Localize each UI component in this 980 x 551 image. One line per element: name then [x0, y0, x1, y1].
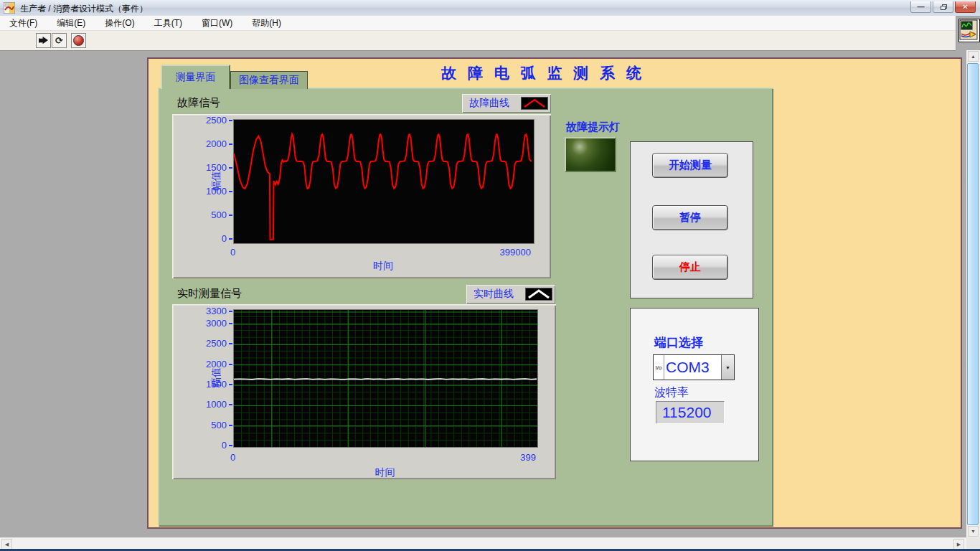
y-tick-mark — [229, 323, 232, 324]
start-measure-button[interactable]: 开始测量 — [652, 153, 728, 178]
run-button[interactable] — [36, 33, 51, 48]
waveform — [234, 379, 537, 380]
y-tick-mark — [229, 445, 232, 446]
toolbar: ⟳ — [0, 31, 956, 51]
run-arrow-icon — [38, 36, 49, 45]
vertical-scroll-thumb[interactable] — [967, 63, 979, 525]
y-tick-mark — [229, 343, 232, 344]
vi-icon[interactable] — [958, 19, 980, 42]
baud-rate-label: 波特率 — [654, 385, 689, 400]
fault-chart-legend[interactable]: 故障曲线 — [462, 94, 551, 113]
titlebar[interactable]: 生产者 / 消费者设计模式（事件） — ✕ — [0, 0, 980, 17]
front-panel: 故 障 电 弧 监 测 系 统 图像查看界面 故障信号 故障曲线 幅值 时间 2… — [147, 57, 962, 529]
menu-file[interactable]: 文件(F) — [3, 16, 44, 31]
menu-window[interactable]: 窗口(W) — [195, 16, 239, 31]
abort-button[interactable] — [71, 33, 86, 48]
y-tick-mark — [229, 215, 232, 216]
y-tick-label: 2000 — [172, 359, 227, 369]
restore-icon — [941, 4, 946, 9]
realtime-legend-line-icon — [525, 288, 552, 301]
y-tick-label: 500 — [172, 420, 227, 430]
y-tick-label: 0 — [172, 233, 227, 244]
y-tick-label: 1000 — [172, 399, 227, 410]
y-tick-mark — [229, 364, 232, 365]
y-tick-label: 0 — [172, 440, 227, 451]
control-buttons-panel: 开始测量 暂停 停止 — [630, 141, 753, 298]
abort-icon — [73, 35, 84, 46]
y-tick-label: 3300 — [172, 306, 227, 316]
page-title: 故 障 电 弧 监 测 系 统 — [392, 63, 694, 83]
fault-chart[interactable]: 幅值 时间 250020001500100050000399000 — [172, 114, 551, 278]
tab-page-measure: 故障信号 故障曲线 幅值 时间 250020001500100050000399… — [158, 88, 773, 527]
y-tick-mark — [229, 191, 232, 192]
fault-legend-label: 故障曲线 — [469, 97, 521, 110]
y-tick-label: 500 — [172, 209, 227, 220]
fault-x-axis-label: 时间 — [233, 260, 533, 273]
fault-legend-line-icon — [521, 97, 548, 110]
toolbar-separator — [956, 16, 956, 50]
port-select-label: 端口选择 — [654, 334, 703, 351]
tab-measure[interactable]: 测量界面 — [161, 65, 230, 89]
y-tick-mark — [229, 311, 232, 312]
realtime-chart-title: 实时测量信号 — [177, 287, 242, 301]
horizontal-scrollbar[interactable]: ◀ ▶ — [0, 537, 966, 550]
waveform — [234, 134, 532, 240]
tab-image-view[interactable]: 图像查看界面 — [230, 71, 308, 89]
app-icon — [4, 2, 15, 14]
pause-button[interactable]: 暂停 — [652, 205, 728, 230]
x-tick-label: 399 — [471, 452, 536, 463]
y-tick-mark — [229, 120, 232, 121]
menu-edit[interactable]: 编辑(E) — [50, 16, 92, 31]
com-port-value: COM3 — [664, 355, 721, 380]
y-tick-label: 1500 — [172, 162, 227, 173]
stop-button[interactable]: 停止 — [652, 255, 728, 280]
io-glyph-icon: I/o — [654, 355, 664, 380]
y-tick-mark — [229, 425, 232, 426]
x-tick-label: 399000 — [466, 247, 531, 258]
menu-operate[interactable]: 操作(O) — [98, 16, 141, 31]
port-panel: 端口选择 I/o COM3 ▼ 波特率 115200 — [630, 308, 759, 461]
scroll-right-icon[interactable]: ▶ — [953, 539, 964, 550]
labview-window: 生产者 / 消费者设计模式（事件） — ✕ 文件(F) 编辑(E) 操作(O) … — [0, 0, 980, 551]
realtime-chart-legend[interactable]: 实时曲线 — [466, 285, 555, 303]
fault-plot-area[interactable] — [233, 119, 534, 244]
y-tick-mark — [229, 384, 232, 385]
continuous-run-button[interactable]: ⟳ — [52, 33, 67, 48]
vertical-scrollbar[interactable]: ▲ ▼ — [966, 50, 980, 537]
vi-icon-graphic — [959, 19, 978, 40]
y-tick-label: 2500 — [172, 115, 227, 126]
fault-led-indicator — [565, 137, 616, 172]
scroll-down-icon[interactable]: ▼ — [968, 526, 979, 537]
realtime-x-axis-label: 时间 — [233, 466, 537, 479]
scroll-left-icon[interactable]: ◀ — [1, 539, 12, 550]
y-tick-mark — [229, 404, 232, 405]
window-title: 生产者 / 消费者设计模式（事件） — [20, 3, 148, 15]
maximize-button[interactable] — [933, 1, 953, 13]
realtime-plot-area[interactable] — [233, 309, 538, 448]
x-tick-label: 0 — [230, 452, 259, 463]
x-tick-label: 0 — [230, 247, 259, 258]
close-button[interactable]: ✕ — [955, 1, 976, 13]
com-port-combo[interactable]: I/o COM3 ▼ — [653, 354, 735, 380]
combo-dropdown-icon[interactable]: ▼ — [721, 355, 734, 380]
fault-led-label: 故障提示灯 — [566, 121, 620, 134]
y-tick-label: 2000 — [172, 138, 227, 149]
y-tick-mark — [229, 167, 232, 169]
realtime-chart[interactable]: 幅值 时间 33003000250020001500100050000399 — [172, 304, 556, 479]
scroll-up-icon[interactable]: ▲ — [968, 51, 979, 62]
baud-rate-field[interactable]: 115200 — [656, 401, 725, 424]
y-tick-mark — [229, 143, 232, 145]
y-tick-mark — [229, 238, 232, 240]
y-tick-label: 2500 — [172, 338, 227, 349]
y-tick-label: 1000 — [172, 186, 227, 197]
menu-help[interactable]: 帮助(H) — [245, 16, 288, 31]
realtime-legend-label: 实时曲线 — [473, 288, 525, 301]
menubar: 文件(F) 编辑(E) 操作(O) 工具(T) 窗口(W) 帮助(H) — [0, 16, 956, 31]
menu-tools[interactable]: 工具(T) — [148, 16, 189, 31]
y-tick-label: 3000 — [172, 318, 227, 329]
fault-chart-title: 故障信号 — [177, 96, 220, 110]
y-tick-label: 1500 — [172, 379, 227, 390]
minimize-button[interactable]: — — [910, 1, 931, 13]
